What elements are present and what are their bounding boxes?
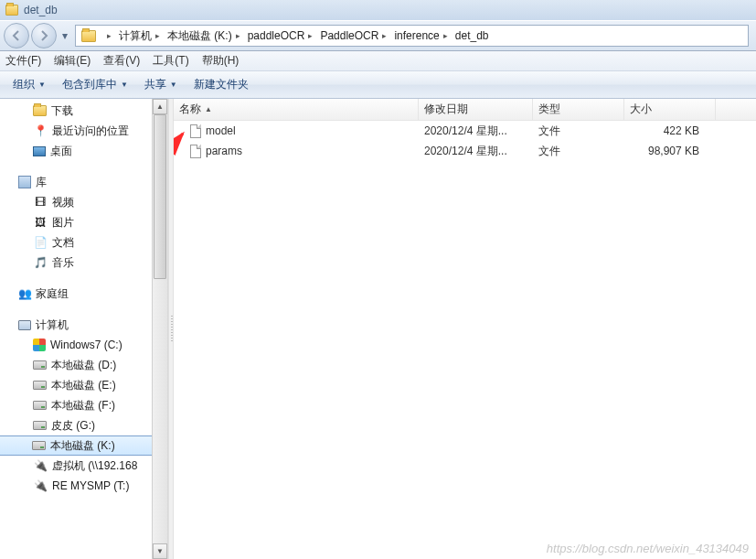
drive-icon bbox=[33, 401, 47, 410]
drive-icon bbox=[33, 360, 47, 370]
navigation-pane[interactable]: 下载 📍最近访问的位置 桌面 库 🎞视频 🖼图片 📄文档 🎵音乐 👥家庭组 计算… bbox=[0, 99, 168, 559]
recent-icon: 📍 bbox=[33, 124, 48, 138]
scroll-thumb[interactable] bbox=[154, 114, 166, 279]
file-date: 2020/12/4 星期... bbox=[419, 144, 533, 159]
breadcrumb[interactable]: paddleOCR▸ bbox=[244, 26, 317, 46]
breadcrumb[interactable]: ▸ bbox=[100, 26, 115, 46]
drive-icon bbox=[33, 381, 47, 390]
sidebar-item-desktop[interactable]: 桌面 bbox=[0, 141, 167, 161]
address-bar[interactable]: ▸ 计算机▸ 本地磁盘 (K:)▸ paddleOCR▸ PaddleOCR▸ … bbox=[75, 25, 749, 47]
new-folder-button[interactable]: 新建文件夹 bbox=[188, 74, 254, 96]
video-icon: 🎞 bbox=[33, 195, 48, 210]
file-size: 98,907 KB bbox=[624, 145, 716, 157]
sidebar-item-pictures[interactable]: 🖼图片 bbox=[0, 212, 167, 232]
sidebar-item-drive-e[interactable]: 本地磁盘 (E:) bbox=[0, 375, 167, 395]
menu-file[interactable]: 文件(F) bbox=[5, 53, 41, 69]
menu-bar: 文件(F) 编辑(E) 查看(V) 工具(T) 帮助(H) bbox=[0, 51, 756, 71]
folder-icon bbox=[5, 5, 18, 16]
history-dropdown[interactable]: ▾ bbox=[59, 23, 71, 48]
drive-icon bbox=[33, 421, 47, 430]
file-list: model 2020/12/4 星期... 文件 422 KB params 2… bbox=[174, 121, 756, 161]
network-drive-icon: 🔌 bbox=[33, 478, 48, 493]
main-area: 下载 📍最近访问的位置 桌面 库 🎞视频 🖼图片 📄文档 🎵音乐 👥家庭组 计算… bbox=[0, 99, 756, 559]
watermark: https://blog.csdn.net/weixin_43134049 bbox=[547, 542, 749, 555]
sidebar-item-music[interactable]: 🎵音乐 bbox=[0, 253, 167, 273]
scroll-down-button[interactable]: ▼ bbox=[153, 543, 167, 559]
menu-tools[interactable]: 工具(T) bbox=[153, 53, 188, 69]
folder-icon bbox=[81, 30, 96, 42]
menu-edit[interactable]: 编辑(E) bbox=[54, 53, 91, 69]
sidebar-item-recent[interactable]: 📍最近访问的位置 bbox=[0, 121, 167, 141]
drive-icon bbox=[32, 441, 46, 450]
network-drive-icon: 🔌 bbox=[33, 458, 48, 473]
sidebar-item-videos[interactable]: 🎞视频 bbox=[0, 192, 167, 212]
pictures-icon: 🖼 bbox=[33, 215, 48, 230]
column-headers: 名称▲ 修改日期 类型 大小 bbox=[174, 99, 756, 121]
breadcrumb[interactable]: 本地磁盘 (K:)▸ bbox=[164, 26, 244, 46]
sidebar-item-drive-f[interactable]: 本地磁盘 (F:) bbox=[0, 395, 167, 415]
desktop-icon bbox=[33, 146, 46, 156]
window-titlebar: det_db bbox=[0, 0, 756, 20]
computer-icon bbox=[18, 320, 31, 330]
organize-button[interactable]: 组织▼ bbox=[7, 74, 51, 96]
column-name[interactable]: 名称▲ bbox=[174, 99, 419, 120]
file-icon bbox=[190, 124, 201, 138]
file-name: params bbox=[206, 145, 242, 157]
library-icon bbox=[18, 176, 31, 188]
share-button[interactable]: 共享▼ bbox=[139, 74, 183, 96]
file-list-pane: 名称▲ 修改日期 类型 大小 model 2020/12/4 星期... 文件 … bbox=[174, 99, 756, 559]
command-bar: 组织▼ 包含到库中▼ 共享▼ 新建文件夹 bbox=[0, 71, 756, 99]
sidebar-item-documents[interactable]: 📄文档 bbox=[0, 232, 167, 253]
file-icon bbox=[190, 145, 201, 158]
scroll-up-button[interactable]: ▲ bbox=[153, 99, 167, 114]
column-size[interactable]: 大小 bbox=[624, 99, 716, 120]
file-row[interactable]: params 2020/12/4 星期... 文件 98,907 KB bbox=[174, 141, 756, 161]
sidebar-item-network-re[interactable]: 🔌RE MYSMP (T:) bbox=[0, 476, 167, 496]
column-type[interactable]: 类型 bbox=[533, 99, 624, 120]
column-date[interactable]: 修改日期 bbox=[419, 99, 533, 120]
sidebar-item-drive-d[interactable]: 本地磁盘 (D:) bbox=[0, 355, 167, 375]
breadcrumb[interactable]: inference▸ bbox=[390, 26, 451, 46]
music-icon: 🎵 bbox=[33, 255, 48, 270]
sidebar-scrollbar[interactable]: ▲ ▼ bbox=[152, 99, 167, 559]
homegroup-icon: 👥 bbox=[18, 287, 31, 300]
breadcrumb[interactable]: 计算机▸ bbox=[115, 26, 164, 46]
sidebar-item-drive-k[interactable]: 本地磁盘 (K:) bbox=[0, 435, 167, 456]
sidebar-item-downloads[interactable]: 下载 bbox=[0, 101, 167, 121]
back-button[interactable] bbox=[4, 23, 29, 48]
navigation-bar: ▾ ▸ 计算机▸ 本地磁盘 (K:)▸ paddleOCR▸ PaddleOCR… bbox=[0, 20, 756, 51]
file-date: 2020/12/4 星期... bbox=[419, 124, 533, 139]
file-type: 文件 bbox=[533, 124, 624, 139]
menu-help[interactable]: 帮助(H) bbox=[202, 53, 240, 69]
file-size: 422 KB bbox=[624, 124, 716, 137]
sidebar-item-network-vm[interactable]: 🔌虚拟机 (\\192.168 bbox=[0, 456, 167, 476]
menu-view[interactable]: 查看(V) bbox=[103, 53, 140, 69]
documents-icon: 📄 bbox=[33, 235, 48, 250]
window-title: det_db bbox=[24, 4, 58, 16]
file-name: model bbox=[206, 124, 236, 137]
breadcrumb[interactable]: PaddleOCR▸ bbox=[316, 26, 390, 46]
windows-icon bbox=[33, 339, 46, 351]
forward-button[interactable] bbox=[31, 23, 57, 48]
folder-icon bbox=[33, 105, 47, 116]
breadcrumb[interactable]: det_db bbox=[452, 26, 493, 46]
sidebar-group-homegroup[interactable]: 👥家庭组 bbox=[0, 284, 167, 304]
file-type: 文件 bbox=[533, 144, 624, 159]
sidebar-group-computer[interactable]: 计算机 bbox=[0, 315, 167, 335]
file-row[interactable]: model 2020/12/4 星期... 文件 422 KB bbox=[174, 121, 756, 141]
sidebar-item-drive-g[interactable]: 皮皮 (G:) bbox=[0, 415, 167, 435]
include-in-library-button[interactable]: 包含到库中▼ bbox=[57, 74, 133, 96]
sidebar-item-drive-c[interactable]: Windows7 (C:) bbox=[0, 335, 167, 355]
sidebar-group-libraries[interactable]: 库 bbox=[0, 172, 167, 192]
